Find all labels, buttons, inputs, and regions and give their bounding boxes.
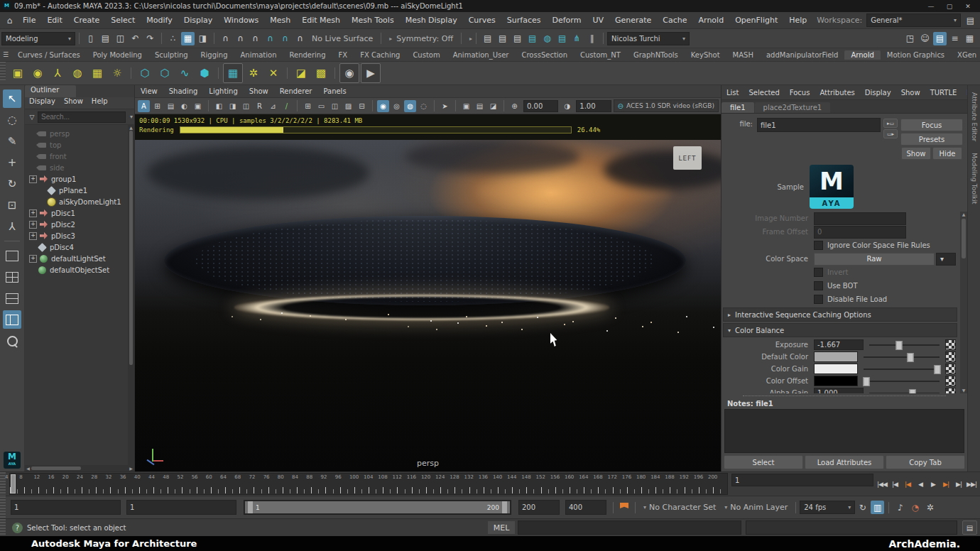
show-button[interactable]: Show [901,147,931,160]
tab-custom[interactable]: Custom [406,50,446,60]
snap-view-plane-icon[interactable]: ∩ [278,32,292,45]
new-scene-icon[interactable]: ▯ [84,32,97,45]
tab-rigging[interactable]: Rigging [195,50,234,60]
redo-icon[interactable]: ↷ [143,32,157,45]
tab-custom-nt[interactable]: Custom_NT [574,50,627,60]
color-space-side-button[interactable]: ▾ [936,253,956,266]
step-back-key-button[interactable]: |◀ [889,477,900,491]
side-tab-attribute-editor[interactable]: Attribute Editor [971,92,978,141]
maximize-button[interactable]: ▢ [940,3,959,10]
symmetry-status[interactable]: Symmetry: Off [396,34,453,43]
outliner-item-defaultobjectset[interactable]: defaultObjectSet [25,264,134,276]
play-backwards-button[interactable]: ◀ [915,477,926,491]
menu-renderer[interactable]: Renderer [274,87,318,95]
playback-start-field[interactable]: 1 [126,500,236,515]
range-slider[interactable]: 1 200 [244,500,511,515]
light-editor-icon[interactable]: ▤ [555,32,569,45]
script-editor-icon[interactable]: ▤ [962,520,977,535]
chevron-down-icon[interactable]: ▾ [130,114,133,120]
skydome-light-icon[interactable]: ◉ [28,64,47,82]
select-tool[interactable]: ↖ [3,89,21,108]
input-connection-icon[interactable]: ▸▭ [883,119,898,128]
minimize-button[interactable]: — [922,3,940,10]
cache-playback-icon[interactable]: ◔ [908,501,922,514]
rotate-tool[interactable]: ↻ [3,175,21,193]
expand-icon[interactable]: + [29,255,37,263]
playback-loop-icon[interactable]: ↻ [856,501,869,514]
menu-display[interactable]: Display [860,89,896,97]
image-plane-icon[interactable]: ▣ [192,100,204,112]
zoom-tool[interactable] [3,332,21,350]
resolution-gate-icon[interactable]: ◐ [178,100,190,112]
character-set-selector[interactable]: ▾ No Character Set [643,503,716,512]
checkbox[interactable] [814,241,823,250]
select-object-icon[interactable]: ▦ [181,32,195,45]
snap-curve-icon[interactable]: ∩ [234,32,247,45]
tab-fx[interactable]: FX [332,50,354,60]
texture-sample-swatch[interactable]: M AYA [810,165,854,209]
asset-icon[interactable]: ⋔ [570,32,584,45]
gate-mask-icon[interactable]: ⊞ [302,100,314,112]
anim-layer-selector[interactable]: ▾ No Anim Layer [724,503,788,512]
menu-uv[interactable]: UV [587,16,609,25]
outliner-item-top[interactable]: top [25,139,134,151]
menu-mesh[interactable]: Mesh [264,16,296,25]
chevron-right-icon[interactable]: ▸ [389,36,392,42]
use-all-lights-icon[interactable]: ◉ [377,100,389,112]
expand-icon[interactable]: + [29,232,37,240]
command-input-field[interactable] [518,520,741,535]
menu-help[interactable]: Help [87,97,112,109]
physical-sky-icon[interactable]: ◍ [68,64,87,82]
motion-blur-icon[interactable]: ◌ [418,100,430,112]
outliner-item-pplane1[interactable]: pPlane1 [25,185,134,196]
texture-map-button[interactable] [945,388,956,393]
outliner-item-aiskydomelight1[interactable]: aiSkyDomeLight1 [25,196,134,207]
menu-arnold[interactable]: Arnold [693,16,730,25]
step-forward-key-button[interactable]: ▶| [953,477,964,491]
xray-icon[interactable]: ⊿ [267,100,279,112]
menu-create[interactable]: Create [68,16,106,25]
select-hierarchy-icon[interactable]: ∴ [166,32,180,45]
outliner-item-pdisc2[interactable]: +pDisc2 [25,219,134,230]
tab-arnold[interactable]: Arnold [844,50,880,60]
go-to-end-button[interactable]: ▶▶| [966,477,977,491]
default-color-slider[interactable] [864,352,940,361]
alpha-gain-slider[interactable] [869,388,940,393]
snap-live-icon[interactable]: ∩ [293,32,307,45]
workspace-selector[interactable]: General*▾ [866,13,961,27]
close-button[interactable]: ✕ [959,3,977,10]
workspace-settings-icon[interactable]: ▤ [964,13,977,27]
menu-cache[interactable]: Cache [657,16,692,25]
expand-icon[interactable]: + [29,221,37,229]
tab-file1[interactable]: file1 [722,102,754,113]
section-interactive-sequence-caching[interactable]: ▸Interactive Sequence Caching Options [723,307,957,322]
menu-edit[interactable]: Edit [41,16,67,25]
expand-icon[interactable]: + [29,175,37,183]
tab-animation[interactable]: Animation [234,50,283,60]
wedge-icon[interactable]: ◪ [487,100,499,112]
range-start-handle[interactable] [248,501,253,513]
tab-keyshot[interactable]: KeyShot [685,50,726,60]
color-space-dropdown[interactable]: Raw [814,253,935,266]
menu-turtle[interactable]: TURTLE [925,89,962,97]
layout-two-pane[interactable] [3,289,21,307]
flush-texture-cache-icon[interactable]: ✲ [244,64,263,82]
curve-collector-icon[interactable]: ∿ [175,64,194,82]
range-end-handle[interactable] [502,501,507,513]
standin-expand-icon[interactable]: ⬡ [156,64,174,82]
bookmark-set-icon[interactable]: R [254,100,266,112]
photometric-light-icon[interactable]: ⅄ [48,64,67,82]
gamma-value[interactable]: 1.00 [576,100,611,112]
texture-map-button[interactable] [945,339,956,350]
menu-focus[interactable]: Focus [785,89,815,97]
outliner-item-group1[interactable]: +group1 [25,173,134,185]
attribute-editor-scrollbar[interactable]: ▲ ▼ [960,212,967,393]
tab-curves-surfaces[interactable]: Curves / Surfaces [11,50,87,60]
light-portal-icon[interactable]: ☼ [108,64,126,82]
channel-box-toggle-icon[interactable]: ▦ [963,32,976,45]
outliner-search-input[interactable] [38,111,126,123]
fps-selector[interactable]: 24 fps▾ [800,501,855,514]
menu-deform[interactable]: Deform [546,16,587,25]
tab-xgen[interactable]: XGen [951,50,980,60]
frame-all-icon[interactable]: ⊟ [356,100,368,112]
